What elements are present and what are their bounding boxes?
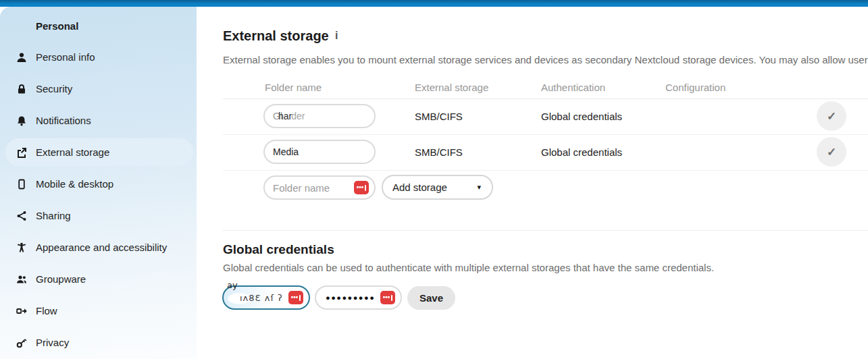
flow-icon xyxy=(16,306,27,316)
password-manager-dots: ••• xyxy=(357,184,364,191)
top-header-bar xyxy=(0,0,868,7)
password-masked-value: ●●●●●●●●● xyxy=(326,294,375,302)
sidebar-item-appearance-accessibility[interactable]: Appearance and accessibility xyxy=(5,233,193,261)
folder-name-input[interactable]: Glharder xyxy=(263,104,376,128)
folder-name-input[interactable]: Media xyxy=(263,140,376,164)
settings-sidebar: Personal Personal info Security Notifica… xyxy=(0,7,197,359)
sidebar-item-label: Groupware xyxy=(36,273,86,285)
sidebar-item-groupware[interactable]: Groupware xyxy=(5,265,193,293)
key-icon xyxy=(16,337,27,348)
sidebar-item-label: Personal info xyxy=(36,51,95,63)
external-storage-settings-panel: External storage i External storage enab… xyxy=(197,7,868,359)
global-credentials-description: Global credentials can be used to authen… xyxy=(223,262,868,273)
lock-icon xyxy=(16,84,27,94)
table-row: Media SMB/CIFS Global credentials ✓ xyxy=(223,134,868,171)
column-header-configuration: Configuration xyxy=(665,82,725,93)
mobile-icon xyxy=(16,179,27,190)
password-manager-bar xyxy=(299,295,301,301)
share-icon xyxy=(16,211,27,221)
sidebar-item-external-storage[interactable]: External storage xyxy=(5,138,193,166)
username-overlay-artifact: ay xyxy=(227,280,238,290)
password-manager-bar xyxy=(365,185,366,191)
sidebar-item-flow[interactable]: Flow xyxy=(5,297,193,325)
save-row-button[interactable]: ✓ xyxy=(817,137,846,167)
chevron-down-icon: ▾ xyxy=(477,183,482,192)
column-header-authentication: Authentication xyxy=(541,82,605,93)
sidebar-item-mobile-desktop[interactable]: Mobile & desktop xyxy=(5,170,193,198)
sidebar-item-privacy[interactable]: Privacy xyxy=(5,329,193,356)
page-title: External storage xyxy=(223,28,329,44)
sidebar-item-label: Sharing xyxy=(36,210,71,221)
global-credentials-title: Global credentials xyxy=(223,242,334,257)
username-value: ıʌ8Ɛ ʌſ ʔ xyxy=(240,293,283,303)
sidebar-item-label: Notifications xyxy=(36,115,91,126)
sidebar-item-label: Security xyxy=(36,83,72,94)
user-icon xyxy=(16,52,27,63)
authentication-type: Global credentials xyxy=(541,99,622,134)
check-icon: ✓ xyxy=(827,145,836,159)
global-password-input[interactable]: ●●●●●●●●● ••• xyxy=(315,285,402,310)
sidebar-item-label: Privacy xyxy=(36,337,69,348)
password-manager-dots: ••• xyxy=(383,294,390,301)
app-window: Personal Personal info Security Notifica… xyxy=(0,0,868,359)
check-icon: ✓ xyxy=(827,109,836,123)
sidebar-items: Personal info Security Notifications Ext… xyxy=(0,43,197,356)
password-manager-icon[interactable]: ••• xyxy=(380,291,395,304)
column-header-external-storage: External storage xyxy=(415,82,488,93)
password-manager-bar xyxy=(391,295,392,301)
groupware-icon xyxy=(16,274,27,285)
external-storage-type: SMB/CIFS xyxy=(415,99,463,134)
add-storage-label: Add storage xyxy=(392,182,447,193)
external-storage-icon xyxy=(16,147,27,158)
sidebar-section-personal: Personal xyxy=(36,20,197,32)
sidebar-item-security[interactable]: Security xyxy=(5,75,193,103)
folder-name-value: Media xyxy=(273,146,299,157)
table-header-row: Folder name External storage Authenticat… xyxy=(223,78,868,99)
sidebar-item-sharing[interactable]: Sharing xyxy=(5,202,193,229)
sidebar-item-label: Appearance and accessibility xyxy=(36,242,167,253)
column-header-folder-name: Folder name xyxy=(265,82,322,93)
section-description: External storage enables you to mount ex… xyxy=(223,54,868,65)
save-button[interactable]: Save xyxy=(407,286,455,310)
password-manager-icon[interactable]: ••• xyxy=(288,291,303,304)
sidebar-item-label: External storage xyxy=(36,146,109,158)
new-folder-name-input[interactable]: Folder name ••• xyxy=(263,175,376,200)
authentication-type: Global credentials xyxy=(541,134,622,170)
folder-name-ghost-suffix: der xyxy=(291,111,305,121)
sidebar-item-label: Mobile & desktop xyxy=(36,178,113,190)
folder-name-placeholder: Folder name xyxy=(273,182,330,194)
sidebar-item-personal-info[interactable]: Personal info xyxy=(5,43,193,71)
add-storage-row: Folder name ••• Add storage ▾ xyxy=(223,170,868,206)
password-manager-icon[interactable]: ••• xyxy=(354,181,369,194)
password-manager-dots: ••• xyxy=(291,294,299,301)
sidebar-item-label: Flow xyxy=(36,305,57,316)
bell-icon xyxy=(16,115,27,126)
sidebar-item-notifications[interactable]: Notifications xyxy=(5,107,193,134)
accessibility-icon xyxy=(16,242,27,253)
folder-name-typed-text: har xyxy=(278,111,292,121)
info-icon[interactable]: i xyxy=(335,30,338,42)
global-username-input[interactable]: ay ıʌ8Ɛ ʌſ ʔ ••• xyxy=(222,285,310,310)
add-storage-select[interactable]: Add storage ▾ xyxy=(382,175,493,200)
section-divider xyxy=(223,230,868,231)
save-row-button[interactable]: ✓ xyxy=(817,101,846,131)
table-row: Glharder SMB/CIFS Global credentials ✓ xyxy=(223,99,868,135)
external-storage-type: SMB/CIFS xyxy=(415,134,463,170)
